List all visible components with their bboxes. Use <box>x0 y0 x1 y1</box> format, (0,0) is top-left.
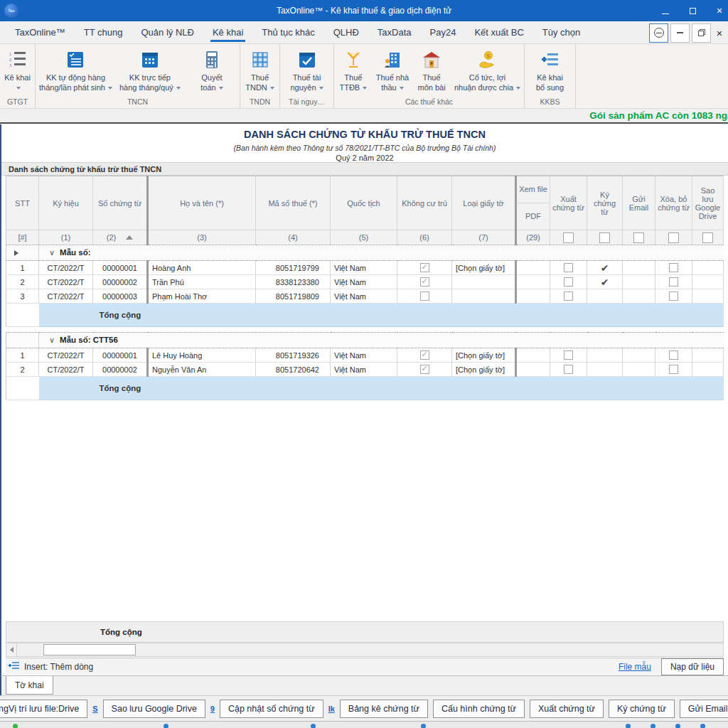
sub-header-cell[interactable]: [#] <box>6 230 39 245</box>
loai-giay-to-cell[interactable]: [Chọn giấy tờ] <box>452 363 516 377</box>
action-button[interactable]: Xuất chứng từ <box>530 700 604 718</box>
ky-hieu-cell[interactable]: CT/2022/T <box>39 261 93 275</box>
xuat-chung-tu-checkbox[interactable] <box>564 277 573 287</box>
table-row[interactable]: 3 CT/2022/T 00000003 Phạm Hoài Thơ 80517… <box>6 289 724 304</box>
table-row[interactable]: 2 CT/2022/T 00000002 Nguyễn Vân An 80517… <box>6 363 724 377</box>
scroll-left-icon[interactable] <box>6 643 17 656</box>
column-header[interactable]: Mã số thuế (*) <box>256 176 331 230</box>
taskbar-icon[interactable] <box>164 724 168 728</box>
table-row[interactable]: 2 CT/2022/T 00000002 Trần Phú 8338123380… <box>6 275 724 289</box>
ho-ten-cell[interactable]: Hoàng Anh <box>148 261 256 275</box>
column-checkbox[interactable] <box>668 232 679 243</box>
gui-email-cell[interactable] <box>623 363 655 377</box>
ribbon-button[interactable]: ThuếTTĐB <box>334 44 373 97</box>
khong-cu-tru-checkbox[interactable] <box>420 365 429 374</box>
sub-header-cell[interactable]: (6) <box>397 230 452 245</box>
ribbon-button[interactable]: 123Kê khai <box>0 44 35 97</box>
sao-luu-google-drive-cell[interactable] <box>692 348 724 363</box>
ma-so-thue-cell[interactable]: 8051719799 <box>256 261 331 275</box>
ribbon-button[interactable]: Thuếmôn bài <box>412 44 451 97</box>
ho-ten-cell[interactable]: Phạm Hoài Thơ <box>148 289 256 304</box>
menu-item[interactable]: TaxData <box>368 21 421 43</box>
table-row[interactable]: 1 CT/2022/T 00000001 Lê Huy Hoàng 805171… <box>6 348 724 363</box>
column-header[interactable]: STT <box>6 176 39 230</box>
column-header[interactable]: Xuất chứng từ <box>550 176 587 230</box>
action-button[interactable]: Ký chứng từ <box>609 700 675 718</box>
quoc-tich-cell[interactable]: Việt Nam <box>331 261 397 275</box>
ribbon-button[interactable]: Thuế tàinguyên <box>280 44 333 97</box>
ma-so-thue-cell[interactable]: 8051720642 <box>256 363 331 377</box>
ribbon-button[interactable]: $Cổ tức, lợinhuận được chia <box>451 44 524 97</box>
group-header-row[interactable]: ∨Mẫu số: CTT56 <box>6 333 724 348</box>
group-header-row[interactable]: ∨Mẫu số: <box>6 245 724 261</box>
so-chung-tu-cell[interactable]: 00000001 <box>93 348 148 363</box>
xem-file-pdf-cell[interactable] <box>516 261 550 275</box>
sao-luu-google-drive-cell[interactable] <box>692 261 724 275</box>
mdi-close-icon[interactable]: × <box>711 27 728 39</box>
gui-email-cell[interactable] <box>623 289 655 304</box>
column-header[interactable]: Xem filePDF <box>516 176 550 230</box>
sub-header-cell[interactable]: (3) <box>148 230 256 245</box>
ribbon-button[interactable]: KK tự động hàngtháng/lần phát sinh <box>36 44 116 97</box>
sao-luu-google-drive-cell[interactable] <box>692 275 724 289</box>
sao-luu-google-drive-cell[interactable] <box>692 363 724 377</box>
gui-email-cell[interactable] <box>623 261 655 275</box>
xem-file-pdf-cell[interactable] <box>516 289 550 304</box>
action-button[interactable]: ngVị trí lưu file:Drive <box>0 700 87 718</box>
khong-cu-tru-checkbox[interactable] <box>420 263 429 272</box>
column-header[interactable]: Gửi Email <box>623 176 655 230</box>
taskbar-icon[interactable] <box>675 724 680 728</box>
maximize-icon[interactable] <box>688 0 697 21</box>
column-header[interactable]: Loại giấy tờ <box>452 176 516 230</box>
action-button[interactable]: Bảng kê chứng từ <box>340 700 428 718</box>
sub-header-cell[interactable]: (2) <box>93 230 148 245</box>
ky-hieu-cell[interactable]: CT/2022/T <box>39 275 93 289</box>
sub-header-cell[interactable]: (7) <box>452 230 516 245</box>
link-fragment[interactable]: S <box>92 705 97 713</box>
menu-item[interactable]: TT chung <box>75 21 132 43</box>
quoc-tich-cell[interactable]: Việt Nam <box>331 289 397 304</box>
action-button[interactable]: Gửi Email <box>680 700 728 718</box>
close-icon[interactable]: × <box>715 0 724 21</box>
ma-so-thue-cell[interactable]: 8338123380 <box>256 275 331 289</box>
column-header[interactable]: Số chứng từ <box>93 176 148 230</box>
sub-header-cell[interactable]: (29) <box>516 230 550 245</box>
column-header[interactable]: Họ và tên (*) <box>148 176 256 230</box>
ho-ten-cell[interactable]: Nguyễn Vân An <box>148 363 256 377</box>
minimize-icon[interactable] <box>661 0 670 21</box>
table-row[interactable]: 1 CT/2022/T 00000001 Hoàng Anh 805171979… <box>6 261 724 275</box>
taskbar-icon[interactable] <box>421 724 426 728</box>
scrollbar-thumb[interactable] <box>43 644 136 655</box>
xuat-chung-tu-checkbox[interactable] <box>564 263 573 272</box>
xem-file-pdf-cell[interactable] <box>516 348 550 363</box>
taskbar-icon[interactable] <box>626 724 631 728</box>
mdi-minimize-icon[interactable] <box>670 23 690 43</box>
ma-so-thue-cell[interactable]: 8051719326 <box>256 348 331 363</box>
quoc-tich-cell[interactable]: Việt Nam <box>331 275 397 289</box>
column-header[interactable]: Xóa, bỏ chứng từ <box>655 176 692 230</box>
xuat-chung-tu-checkbox[interactable] <box>564 365 573 374</box>
link-fragment[interactable]: Ik <box>328 705 335 713</box>
sub-header-cell[interactable]: (5) <box>331 230 397 245</box>
column-header[interactable]: Ký chứng từ <box>587 176 623 230</box>
column-header[interactable]: Sao lưu Google Drive <box>692 176 724 230</box>
menu-item[interactable]: Kê khai <box>203 21 252 43</box>
action-button[interactable]: Cấu hình chứng từ <box>433 700 525 718</box>
tab-to-khai[interactable]: Tờ khai <box>6 676 53 695</box>
so-chung-tu-cell[interactable]: 00000001 <box>93 261 148 275</box>
load-data-button[interactable]: Nạp dữ liệu <box>661 658 724 675</box>
loai-giay-to-cell[interactable] <box>452 289 516 304</box>
xoa-bo-chung-tu-checkbox[interactable] <box>669 350 678 360</box>
xem-file-pdf-cell[interactable] <box>516 363 550 377</box>
ky-hieu-cell[interactable]: CT/2022/T <box>39 348 93 363</box>
taskbar-icon[interactable] <box>700 724 705 728</box>
xoa-bo-chung-tu-checkbox[interactable] <box>669 291 678 301</box>
taskbar-icon[interactable] <box>311 724 316 728</box>
ho-ten-cell[interactable]: Trần Phú <box>148 275 256 289</box>
ribbon-button[interactable]: Quyếttoán <box>184 44 240 97</box>
xuat-chung-tu-checkbox[interactable] <box>564 350 573 360</box>
menu-item[interactable]: Tùy chọn <box>533 21 589 43</box>
column-header[interactable]: Ký hiệu <box>39 176 93 230</box>
khong-cu-tru-checkbox[interactable] <box>420 350 429 360</box>
xoa-bo-chung-tu-checkbox[interactable] <box>669 365 678 374</box>
